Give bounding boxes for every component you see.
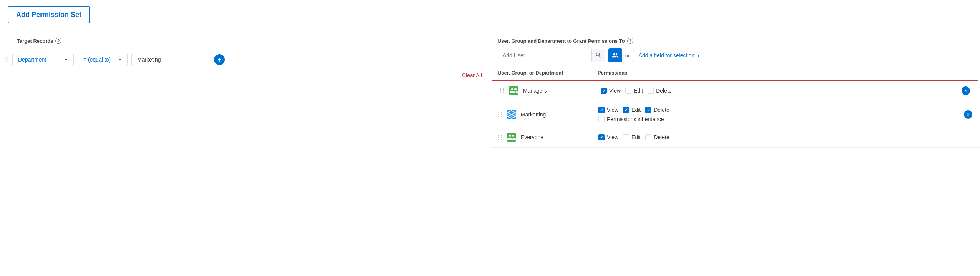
permissions-group: ViewEditDelete bbox=[598, 134, 669, 140]
perm-label-edit: Edit bbox=[634, 88, 643, 94]
checkbox-delete[interactable] bbox=[645, 107, 651, 113]
perm-label-view: View bbox=[607, 107, 618, 113]
clear-all-link[interactable]: Clear All bbox=[462, 72, 482, 78]
perm-label-edit: Edit bbox=[631, 107, 641, 113]
inheritance-checkbox[interactable] bbox=[598, 116, 605, 122]
remove-button[interactable]: × bbox=[962, 86, 970, 95]
user-icon-button[interactable] bbox=[608, 48, 622, 62]
permissions-row: ViewEditDelete bbox=[598, 134, 669, 140]
inheritance-row: Permissions inheritance bbox=[598, 116, 669, 122]
permissions-row: ViewEditDelete bbox=[598, 107, 669, 113]
right-section-title: User, Group and Department to Grant Perm… bbox=[490, 38, 980, 48]
perm-label-delete: Delete bbox=[654, 107, 669, 113]
checkbox-delete[interactable] bbox=[645, 134, 651, 140]
table-header: User, Group, or Department Permissions bbox=[490, 67, 980, 79]
right-section-help-icon[interactable]: ? bbox=[627, 38, 633, 44]
perm-item-view: View bbox=[598, 134, 618, 140]
perm-item-edit: Edit bbox=[623, 107, 641, 113]
permissions-group: ViewEditDelete bbox=[601, 88, 672, 94]
permissions-row: ViewEditDelete bbox=[601, 88, 672, 94]
entity-icon bbox=[508, 85, 519, 96]
table-row: EveryoneViewEditDelete bbox=[490, 127, 980, 148]
checkbox-view[interactable] bbox=[598, 107, 605, 113]
perm-label-edit: Edit bbox=[631, 134, 641, 140]
perm-item-view: View bbox=[598, 107, 618, 113]
table-row: MarkettingViewEditDeletePermissions inhe… bbox=[490, 102, 980, 127]
right-section-label: User, Group and Department to Grant Perm… bbox=[498, 38, 625, 44]
perm-item-delete: Delete bbox=[648, 88, 671, 94]
page-wrapper: Add Permission Set Target Records ? bbox=[0, 0, 980, 276]
svg-rect-4 bbox=[507, 133, 516, 142]
field-dropdown[interactable]: Department ▼ bbox=[12, 53, 74, 66]
field-dropdown-label: Department bbox=[18, 57, 46, 63]
svg-rect-2 bbox=[509, 86, 518, 95]
search-icon bbox=[596, 52, 601, 58]
permissions-rows: ManagersViewEditDelete×MarkettingViewEdi… bbox=[490, 80, 980, 148]
target-records-label: Target Records bbox=[17, 38, 53, 44]
perm-item-edit: Edit bbox=[623, 134, 641, 140]
remove-button[interactable]: × bbox=[964, 110, 972, 119]
right-panel: User, Group and Department to Grant Perm… bbox=[490, 30, 980, 268]
target-records-help-icon[interactable]: ? bbox=[55, 38, 61, 44]
entity-info: Managers bbox=[508, 85, 601, 96]
left-panel: Target Records ? Department ▼ bbox=[0, 30, 490, 268]
or-text: or bbox=[625, 53, 630, 58]
target-records-title: Target Records ? bbox=[0, 38, 490, 48]
operator-dropdown-chevron: ▼ bbox=[118, 58, 122, 62]
checkbox-edit[interactable] bbox=[623, 107, 629, 113]
main-content: Target Records ? Department ▼ bbox=[0, 30, 980, 268]
permissions-wrapper: ViewEditDelete bbox=[601, 88, 958, 94]
operator-dropdown[interactable]: = (equal to) ▼ bbox=[78, 53, 128, 66]
search-input[interactable] bbox=[498, 49, 591, 62]
user-group-icon bbox=[612, 52, 619, 59]
perm-item-edit: Edit bbox=[625, 88, 643, 94]
add-permission-button[interactable]: Add Permission Set bbox=[8, 6, 90, 23]
perm-item-view: View bbox=[601, 88, 621, 94]
add-filter-button[interactable]: + bbox=[214, 54, 225, 65]
operator-dropdown-label: = (equal to) bbox=[83, 57, 111, 63]
permissions-group: ViewEditDeletePermissions inheritance bbox=[598, 107, 669, 122]
checkbox-edit[interactable] bbox=[625, 88, 631, 94]
perm-label-delete: Delete bbox=[656, 88, 671, 94]
add-field-chevron: ▼ bbox=[697, 53, 701, 58]
row-drag-handle[interactable] bbox=[498, 112, 503, 117]
filter-value-input[interactable] bbox=[131, 53, 210, 66]
field-dropdown-chevron: ▼ bbox=[64, 58, 68, 62]
svg-line-1 bbox=[599, 55, 601, 57]
col-header-entity: User, Group, or Department bbox=[498, 70, 598, 76]
filter-row: Department ▼ = (equal to) ▼ + bbox=[12, 50, 233, 69]
checkbox-delete[interactable] bbox=[648, 88, 654, 94]
entity-name: Everyone bbox=[521, 134, 543, 140]
perm-label-view: View bbox=[609, 88, 621, 94]
entity-icon bbox=[506, 109, 517, 120]
entity-name: Marketting bbox=[521, 111, 546, 118]
permissions-wrapper: ViewEditDelete bbox=[598, 134, 972, 140]
entity-icon bbox=[506, 132, 517, 143]
checkbox-edit[interactable] bbox=[623, 134, 629, 140]
entity-info: Marketting bbox=[506, 109, 598, 120]
entity-info: Everyone bbox=[506, 132, 598, 143]
add-field-label: Add a field for selection bbox=[639, 52, 695, 58]
search-input-wrapper bbox=[498, 49, 605, 62]
row-drag-handle[interactable] bbox=[500, 88, 505, 93]
add-field-button[interactable]: Add a field for selection ▼ bbox=[633, 49, 706, 62]
svg-point-0 bbox=[596, 53, 600, 56]
checkbox-view[interactable] bbox=[601, 88, 607, 94]
col-header-permissions: Permissions bbox=[598, 70, 972, 76]
entity-name: Managers bbox=[523, 88, 547, 94]
drag-handle[interactable] bbox=[5, 57, 9, 62]
inheritance-label: Permissions inheritance bbox=[607, 116, 664, 122]
perm-item-delete: Delete bbox=[645, 107, 669, 113]
table-row: ManagersViewEditDelete× bbox=[492, 80, 978, 101]
permissions-wrapper: ViewEditDeletePermissions inheritance bbox=[598, 107, 961, 122]
clear-all-row: Clear All bbox=[0, 71, 490, 80]
perm-item-delete: Delete bbox=[645, 134, 669, 140]
perm-label-view: View bbox=[607, 134, 618, 140]
search-button[interactable] bbox=[591, 49, 605, 62]
search-row: or Add a field for selection ▼ bbox=[490, 48, 980, 67]
perm-label-delete: Delete bbox=[654, 134, 669, 140]
header-bar: Add Permission Set bbox=[0, 0, 980, 30]
checkbox-view[interactable] bbox=[598, 134, 605, 140]
row-drag-handle[interactable] bbox=[498, 135, 503, 140]
